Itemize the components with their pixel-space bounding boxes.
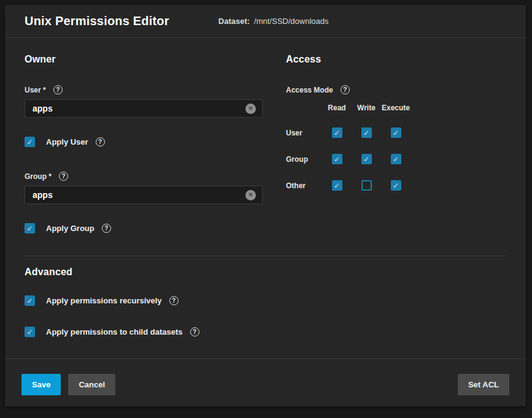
help-icon[interactable] — [190, 327, 199, 336]
user-input-wrap — [25, 99, 263, 118]
child-datasets-option-row: Apply permissions to child datasets — [25, 327, 506, 337]
dataset-label: Dataset: — [218, 17, 250, 26]
dataset-info: Dataset: /mnt/SSD/downloads — [218, 17, 329, 26]
other-execute-checkbox[interactable] — [391, 180, 401, 191]
group-write-checkbox[interactable] — [361, 154, 372, 164]
apply-child-datasets-checkbox[interactable] — [25, 327, 35, 337]
other-write-checkbox[interactable] — [361, 180, 372, 191]
help-icon[interactable] — [53, 85, 63, 94]
user-field-label-row: User * — [25, 85, 263, 94]
help-icon[interactable] — [169, 296, 179, 305]
clear-icon[interactable] — [245, 190, 256, 200]
row-label-other: Other — [286, 172, 322, 199]
group-execute-checkbox[interactable] — [391, 154, 401, 164]
unix-permissions-editor-dialog: Unix Permissions Editor Dataset: /mnt/SS… — [5, 5, 526, 406]
save-button[interactable]: Save — [21, 374, 61, 395]
user-execute-checkbox[interactable] — [391, 127, 401, 138]
apply-group-row: Apply Group — [25, 223, 263, 234]
section-divider — [25, 256, 506, 256]
apply-recursively-label: Apply permissions recursively — [46, 296, 162, 305]
owner-section: Owner User * Apply User Group * — [25, 38, 263, 234]
group-read-checkbox[interactable] — [332, 154, 342, 164]
apply-group-checkbox[interactable] — [25, 223, 35, 234]
user-write-checkbox[interactable] — [361, 127, 372, 138]
access-mode-label-row: Access Mode — [286, 85, 506, 94]
page-title: Unix Permissions Editor — [25, 14, 169, 28]
dialog-header: Unix Permissions Editor Dataset: /mnt/SS… — [5, 5, 526, 38]
apply-group-label: Apply Group — [46, 224, 94, 233]
group-input-wrap — [25, 186, 263, 204]
access-mode-label: Access Mode — [286, 86, 333, 94]
row-label-user: User — [286, 120, 322, 146]
group-field-label: Group * — [25, 172, 52, 181]
apply-child-datasets-label: Apply permissions to child datasets — [46, 327, 183, 336]
row-label-group: Group — [286, 146, 322, 172]
help-icon[interactable] — [102, 224, 111, 233]
advanced-section: Advanced Apply permissions recursively A… — [25, 267, 506, 337]
help-icon[interactable] — [96, 137, 105, 146]
apply-recursively-checkbox[interactable] — [25, 295, 35, 306]
clear-icon[interactable] — [245, 104, 256, 114]
dataset-path: /mnt/SSD/downloads — [254, 17, 328, 26]
group-field-label-row: Group * — [25, 172, 263, 181]
column-header-execute: Execute — [381, 104, 411, 120]
help-icon[interactable] — [59, 172, 68, 181]
user-field-label: User * — [25, 86, 46, 94]
other-read-checkbox[interactable] — [332, 180, 342, 191]
set-acl-button[interactable]: Set ACL — [458, 374, 509, 395]
access-section: Access Access Mode Read Write Execute Us… — [286, 38, 506, 234]
column-header-read: Read — [322, 104, 352, 120]
recursive-option-row: Apply permissions recursively — [25, 295, 506, 306]
owner-heading: Owner — [25, 54, 263, 65]
user-input[interactable] — [33, 104, 245, 113]
cancel-button[interactable]: Cancel — [68, 374, 115, 395]
apply-user-label: Apply User — [46, 137, 88, 146]
user-read-checkbox[interactable] — [332, 127, 342, 138]
column-header-write: Write — [352, 104, 381, 120]
access-mode-grid: Read Write Execute User Group Other — [286, 104, 506, 199]
help-icon[interactable] — [341, 85, 350, 94]
advanced-heading: Advanced — [25, 267, 506, 278]
group-input[interactable] — [33, 190, 245, 200]
access-heading: Access — [286, 54, 506, 65]
apply-user-checkbox[interactable] — [25, 137, 35, 147]
apply-user-row: Apply User — [25, 137, 263, 147]
footer-actions: Save Cancel Set ACL — [5, 359, 526, 395]
